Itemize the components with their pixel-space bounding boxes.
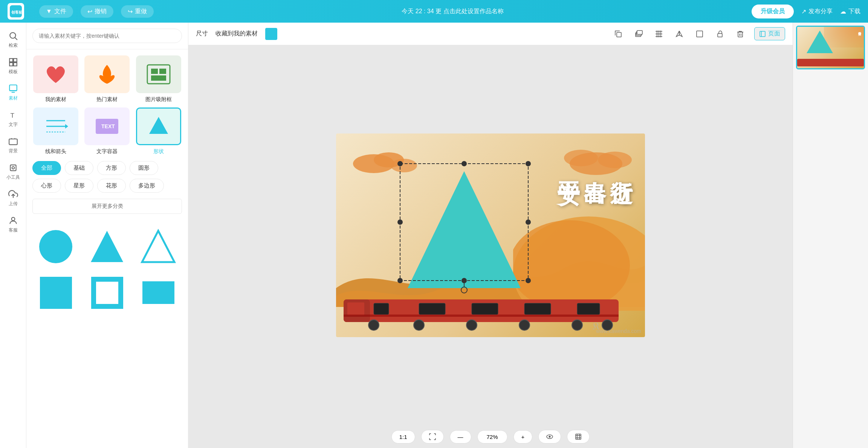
text-container-label: 文字容器 [96,148,118,155]
expand-categories-button[interactable]: 展开更多分类 [32,199,182,214]
svg-rect-31 [96,282,118,304]
shape-item[interactable]: 形状 [135,107,182,155]
svg-point-57 [598,152,632,168]
undo-button[interactable]: ↩ 撤销 [81,5,113,18]
canvas-content[interactable]: 平安 春出 行逝 𝔎 www.kawenda.com [188,45,793,425]
my-material-item[interactable]: 我的素材 [32,55,79,103]
logo: 创客贴 [8,3,24,20]
customer-icon [8,216,18,226]
cat-polygon[interactable]: 多边形 [130,179,164,193]
cat-star[interactable]: 星形 [65,179,93,193]
cat-circle[interactable]: 圆形 [130,161,158,175]
sidebar-item-material[interactable]: 素材 [0,79,26,106]
svg-point-56 [564,150,598,166]
svg-point-14 [11,217,15,221]
svg-rect-10 [9,139,17,144]
copy-button[interactable] [612,28,625,40]
zoom-level: 72% [477,430,507,443]
material-icon [8,84,18,94]
lock-button[interactable] [714,28,726,40]
sidebar-item-template[interactable]: 模板 [0,53,26,79]
svg-point-69 [368,320,379,330]
svg-rect-32 [142,281,174,304]
svg-rect-5 [14,58,17,62]
crop2-button[interactable] [567,430,590,443]
zoom-in-button[interactable]: + [513,430,533,443]
hot-material-item[interactable]: 热门素材 [84,55,130,103]
file-button[interactable]: ▼ 文件 [39,5,73,18]
svg-rect-46 [718,34,722,37]
crop-button[interactable] [693,28,706,40]
svg-marker-27 [91,231,123,262]
cat-square[interactable]: 方形 [97,161,126,175]
svg-rect-6 [9,63,13,66]
layer-button[interactable] [632,28,645,40]
delete-button[interactable] [734,28,747,40]
flip-button[interactable] [673,28,686,40]
shape-triangle-filled[interactable] [84,226,130,267]
svg-point-71 [466,320,477,330]
svg-rect-66 [577,303,600,315]
redo-button[interactable]: ↪ 重做 [121,5,154,18]
size-label: 尺寸 [196,30,208,38]
line-arrow-item[interactable]: 线和箭头 [32,107,79,155]
fullscreen-button[interactable] [421,430,444,443]
svg-rect-62 [374,303,389,315]
pages-icon [759,31,766,37]
ratio-button[interactable]: 1:1 [391,430,415,443]
svg-rect-47 [738,32,743,37]
shape-triangle-outline[interactable] [135,226,182,267]
color-picker-dot[interactable] [265,28,277,40]
svg-marker-44 [679,31,682,37]
cat-heart[interactable]: 心形 [32,179,61,193]
shape-rectangle[interactable] [135,272,182,313]
search-bar [26,23,188,49]
sidebar-icons: 检索 模板 素材 T 文字 背景 小工具 上传 客服 [0,23,26,448]
svg-marker-21 [65,124,68,129]
shape-square-outline[interactable] [84,272,130,313]
sidebar-item-background[interactable]: 背景 [0,132,26,158]
cat-all[interactable]: 全部 [32,161,61,175]
redo-icon: ↪ [128,8,133,15]
publish-icon: ↗ [801,8,806,15]
svg-rect-15 [147,65,170,84]
undo-icon: ↩ [87,8,92,15]
hot-material-label: 热门素材 [96,96,118,103]
cat-basic[interactable]: 基础 [65,161,93,175]
svg-marker-43 [676,31,679,37]
title-click-hint: 点击此处设置作品名称 [443,8,504,14]
svg-point-26 [39,230,72,263]
page-thumbnail-1[interactable]: 平安春出行 [796,26,865,69]
right-panel: 平安春出行 [793,23,868,448]
sidebar-item-text[interactable]: T 文字 [0,106,26,132]
template-icon [8,57,18,67]
save-material-btn[interactable]: 收藏到我的素材 [215,30,258,38]
upgrade-button[interactable]: 升级会员 [752,5,794,18]
svg-rect-68 [347,302,364,315]
shape-circle[interactable] [32,226,79,267]
grid-button[interactable] [653,28,665,40]
download-button[interactable]: ☁ 下载 [840,8,860,15]
image-frame-item[interactable]: 图片吸附框 [135,55,182,103]
preview-button[interactable] [538,430,561,443]
sidebar-item-search[interactable]: 检索 [0,26,26,53]
text-container-item[interactable]: TEXT 文字容器 [84,107,130,155]
my-material-label: 我的素材 [45,96,66,103]
svg-rect-16 [151,69,158,74]
canvas-bottom-bar: 1:1 — 72% + [188,425,793,448]
sidebar-item-customer[interactable]: 客服 [0,211,26,238]
zoom-out-button[interactable]: — [450,430,471,443]
svg-rect-7 [14,63,17,66]
pages-button[interactable]: 页面 [754,27,785,40]
publish-button[interactable]: ↗ 发布分享 [801,8,833,15]
svg-marker-28 [142,231,174,262]
sidebar-item-tools[interactable]: 小工具 [0,158,26,185]
svg-point-12 [12,166,14,169]
sidebar-item-upload[interactable]: 上传 [0,185,26,211]
tools-icon [8,163,18,173]
shape-square[interactable] [32,272,79,313]
canvas-toolbar: 尺寸 收藏到我的素材 [188,23,793,45]
search-input[interactable] [32,29,182,43]
cat-flower[interactable]: 花形 [97,179,126,193]
title-area[interactable]: 今天 22 : 34 更 点击此处设置作品名称 [161,8,744,15]
